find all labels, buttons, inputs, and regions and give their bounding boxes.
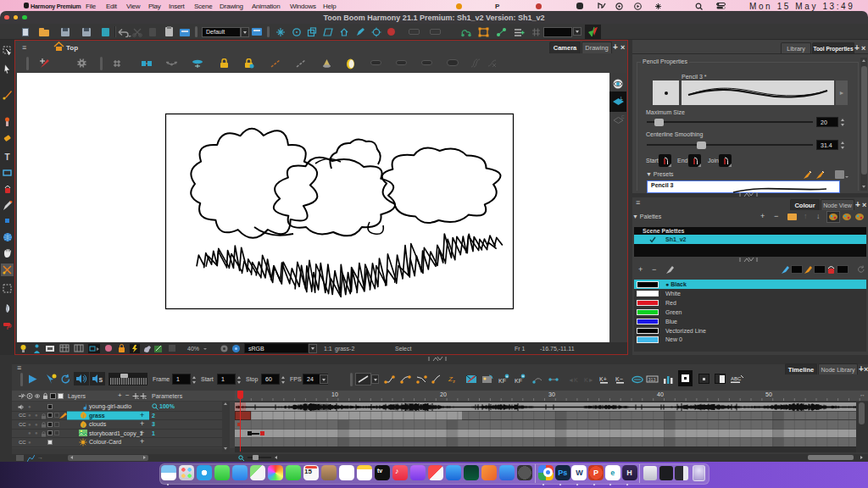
svg-text:+: + [506,374,509,379]
svg-text:KF: KF [515,378,522,384]
svg-text:L: L [620,96,623,101]
svg-text:C: C [621,115,625,119]
svg-text:K+: K+ [599,376,607,382]
svg-text:K−: K− [615,376,623,382]
svg-text:KF: KF [498,378,506,384]
svg-text:z: z [453,379,455,384]
svg-text:S: S [99,377,103,383]
svg-text:313: 313 [648,377,656,382]
svg-text:K►: K► [584,377,594,383]
svg-text:ABC: ABC [731,376,742,381]
svg-text:◄K: ◄K [568,377,578,383]
